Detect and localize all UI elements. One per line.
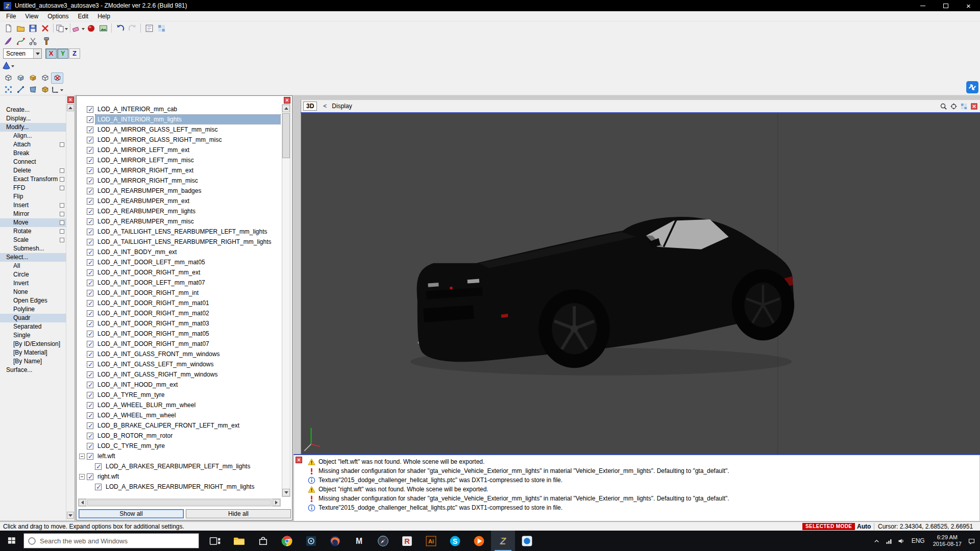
lod-item[interactable]: LOD_A_INT_DOOR_RIGHT_mm_mat03: [77, 318, 280, 329]
lod-item[interactable]: LOD_A_BRAKES_REARBUMPER_LEFT_mm_lights: [77, 461, 280, 471]
command-rotate[interactable]: Rotate: [0, 227, 66, 236]
command-display[interactable]: Display...: [0, 114, 66, 123]
lod-item[interactable]: LOD_A_REARBUMPER_mm_ext: [77, 196, 280, 206]
lod-item-label[interactable]: LOD_A_TYRE_mm_tyre: [95, 390, 166, 399]
visibility-checkbox[interactable]: [87, 290, 93, 296]
taskbar-task-view-button[interactable]: [203, 531, 227, 551]
lod-item[interactable]: LOD_A_REARBUMPER_mm_lights: [77, 206, 280, 216]
lod-item[interactable]: left.wft: [77, 451, 280, 461]
chevron-down-icon[interactable]: [33, 49, 41, 58]
lod-item-label[interactable]: LOD_A_INT_GLASS_FRONT_mm_windows: [95, 349, 222, 359]
visibility-checkbox[interactable]: [87, 392, 93, 398]
visibility-checkbox[interactable]: [95, 463, 102, 470]
delete-selected-button[interactable]: [39, 22, 51, 34]
vertical-scrollbar[interactable]: [282, 104, 290, 497]
lod-item[interactable]: LOD_A_TAILLIGHT_LENS_REARBUMPER_LEFT_mm_…: [77, 227, 280, 237]
visibility-checkbox[interactable]: [87, 208, 93, 215]
lod-item-label[interactable]: left.wft: [95, 452, 117, 461]
lod-item-label[interactable]: LOD_A_MIRROR_RIGHT_mm_misc: [95, 176, 200, 185]
visibility-checkbox[interactable]: [87, 310, 93, 317]
command-flip[interactable]: Flip: [0, 192, 66, 201]
visibility-checkbox[interactable]: [87, 218, 93, 225]
close-viewport-icon[interactable]: [970, 103, 978, 110]
visibility-checkbox[interactable]: [87, 382, 93, 388]
visibility-checkbox[interactable]: [87, 188, 93, 194]
uv-mapper-button[interactable]: [2, 36, 14, 47]
lod-item-label[interactable]: LOD_A_INT_DOOR_RIGHT_mm_mat01: [95, 298, 211, 308]
horizontal-scrollbar[interactable]: [78, 498, 281, 507]
lod-item-label[interactable]: LOD_A_INT_GLASS_LEFT_mm_windows: [95, 360, 215, 369]
visibility-checkbox[interactable]: [87, 239, 93, 245]
close-objects-panel-button[interactable]: ×: [284, 97, 290, 104]
material-editor-button[interactable]: [85, 22, 97, 34]
lod-item-label[interactable]: right.wft: [95, 472, 121, 481]
taskbar-firefox-button[interactable]: [323, 531, 347, 551]
lod-item[interactable]: LOD_A_INT_DOOR_LEFT_mm_mat05: [77, 257, 280, 267]
command-by-id-extension[interactable]: [By ID/Extension]: [0, 340, 66, 348]
visibility-checkbox[interactable]: [87, 127, 93, 133]
menu-view[interactable]: View: [20, 11, 43, 21]
command-invert[interactable]: Invert: [0, 279, 66, 288]
dropdown-arrow-icon[interactable]: [11, 65, 14, 69]
visibility-checkbox[interactable]: [87, 341, 93, 347]
lod-item[interactable]: LOD_A_INT_DOOR_RIGHT_mm_int: [77, 288, 280, 298]
visibility-checkbox[interactable]: [87, 106, 93, 113]
menu-help[interactable]: Help: [93, 11, 115, 21]
viewport-type-button[interactable]: 3D: [303, 102, 317, 111]
taskbar-file-explorer-button[interactable]: [227, 531, 251, 551]
viewport-mode-label[interactable]: Display: [332, 103, 352, 110]
lod-item-label[interactable]: LOD_A_REARBUMPER_mm_lights: [95, 207, 198, 216]
axis-x-button[interactable]: X: [45, 48, 57, 59]
lod-item-label[interactable]: LOD_A_MIRROR_LEFT_mm_ext: [95, 145, 191, 155]
options-box[interactable]: [60, 212, 64, 216]
objects-mode-button[interactable]: [39, 84, 51, 95]
scroll-up-button[interactable]: [67, 104, 74, 111]
lod-item[interactable]: LOD_B_ROTOR_mm_rotor: [77, 431, 280, 441]
visibility-checkbox[interactable]: [87, 269, 93, 276]
taskbar-skype-button[interactable]: S: [443, 531, 467, 551]
taskbar-clock[interactable]: 6:29 AM 2016-08-17: [929, 534, 965, 547]
lod-item-label[interactable]: LOD_A_INT_DOOR_RIGHT_mm_mat02: [95, 309, 211, 318]
viewport-settings-icon[interactable]: [960, 103, 968, 110]
visibility-checkbox[interactable]: [87, 249, 93, 256]
lod-item[interactable]: LOD_A_INT_DOOR_RIGHT_mm_ext: [77, 267, 280, 278]
lod-item-label[interactable]: LOD_A_INT_DOOR_RIGHT_mm_int: [95, 288, 201, 297]
view-mode-combo[interactable]: Screen: [3, 48, 42, 59]
lod-item-label[interactable]: LOD_A_INT_DOOR_LEFT_mm_mat07: [95, 278, 207, 287]
taskbar-photos-app-button[interactable]: [299, 531, 323, 551]
visibility-checkbox[interactable]: [87, 147, 93, 154]
lod-item[interactable]: LOD_A_INT_DOOR_RIGHT_mm_mat07: [77, 339, 280, 349]
command-separated[interactable]: Separated: [0, 322, 66, 331]
command-ffd[interactable]: FFD: [0, 184, 66, 192]
command-surface[interactable]: Surface...: [0, 366, 66, 374]
lod-item-label[interactable]: LOD_B_BRAKE_CALIPER_FRONT_LEFT_mm_ext: [95, 421, 241, 430]
lod-item-label[interactable]: LOD_A_MIRROR_GLASS_RIGHT_mm_misc: [95, 135, 224, 144]
command-align[interactable]: Align...: [0, 132, 66, 140]
visibility-checkbox[interactable]: [87, 351, 93, 358]
lod-item[interactable]: LOD_A_INTERIOR_mm_cab: [77, 104, 280, 114]
lod-item-label[interactable]: LOD_A_INT_DOOR_RIGHT_mm_mat07: [95, 339, 211, 348]
command-single[interactable]: Single: [0, 331, 66, 340]
visibility-checkbox[interactable]: [87, 402, 93, 409]
lod-item-label[interactable]: LOD_A_TAILLIGHT_LENS_REARBUMPER_LEFT_mm_…: [95, 227, 270, 236]
dropdown-arrow-icon[interactable]: [65, 28, 68, 32]
scroll-down-button[interactable]: [282, 489, 290, 496]
lod-item-label[interactable]: LOD_A_INTERIOR_mm_cab: [95, 105, 179, 114]
command-none[interactable]: None: [0, 288, 66, 296]
maximize-button[interactable]: [934, 0, 957, 11]
command-insert[interactable]: Insert: [0, 201, 66, 210]
visibility-checkbox[interactable]: [87, 422, 93, 429]
options-box[interactable]: [60, 142, 64, 147]
command-break[interactable]: Break: [0, 149, 66, 158]
mode-options-button[interactable]: [51, 84, 63, 95]
lod-item[interactable]: LOD_A_INT_GLASS_LEFT_mm_windows: [77, 359, 280, 369]
lod-item-label[interactable]: LOD_A_REARBUMPER_mm_badges: [95, 186, 203, 195]
copy-tool-button[interactable]: [56, 22, 68, 34]
command-by-material[interactable]: [By Material]: [0, 348, 66, 357]
lod-item[interactable]: LOD_A_INT_GLASS_RIGHT_mm_windows: [77, 369, 280, 380]
visibility-checkbox[interactable]: [87, 280, 93, 286]
lod-item-label[interactable]: LOD_C_TYRE_mm_tyre: [95, 441, 167, 450]
redo-button[interactable]: [126, 22, 138, 34]
scroll-left-button[interactable]: [79, 499, 86, 506]
lod-item-label[interactable]: LOD_A_WHEEL_mm_wheel: [95, 411, 178, 420]
